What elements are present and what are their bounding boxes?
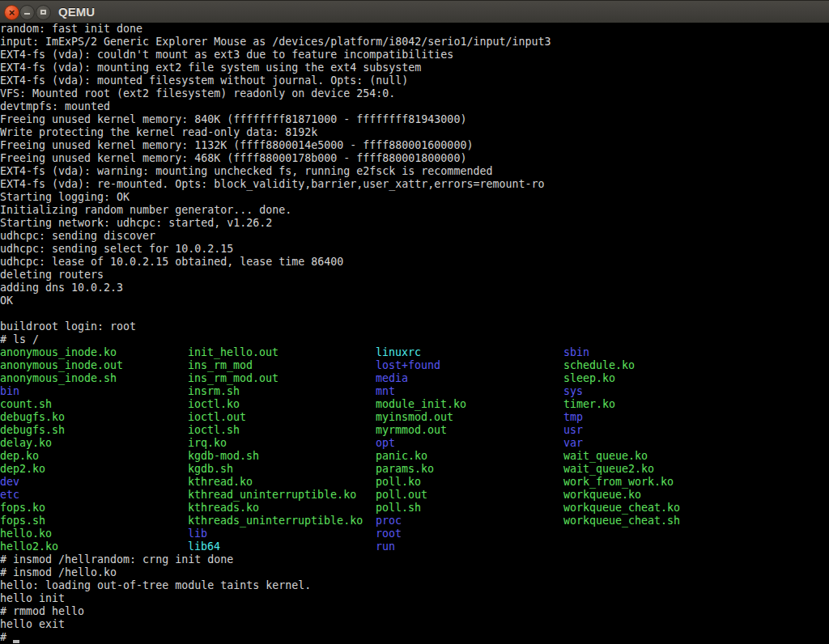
file-entry: irq.ko: [188, 437, 227, 450]
minimize-button[interactable]: [19, 5, 35, 20]
terminal-text: udhcpc: lease of 10.0.2.15 obtained, lea…: [0, 256, 343, 268]
terminal-line: anonymous_inode.outins_rm_modlost+founds…: [0, 359, 829, 372]
terminal-line: hello init: [0, 592, 829, 605]
file-entry: count.sh: [0, 398, 52, 411]
terminal-text: udhcpc: sending discover: [0, 230, 155, 242]
terminal-text: EXT4-fs (vda): mounting ext2 file system…: [0, 61, 421, 74]
file-entry: sys: [563, 385, 583, 398]
maximize-icon: [40, 10, 46, 15]
file-entry: kgdb-mod.sh: [188, 450, 259, 463]
terminal-text: EXT4-fs (vda): couldn't mount as ext3 du…: [0, 49, 453, 61]
terminal-text: hello init: [0, 592, 65, 604]
terminal-cursor: [13, 640, 19, 643]
terminal-text: Freeing unused kernel memory: 468K (ffff…: [0, 152, 466, 164]
file-entry: bin: [0, 385, 19, 398]
file-entry: module_init.ko: [376, 398, 466, 411]
terminal-line: Write protecting the kernel read-only da…: [0, 126, 829, 139]
terminal-line: # insmod /hellrandom: crng init done: [0, 553, 829, 566]
terminal-line: [0, 307, 829, 320]
terminal-line: buildroot login: root: [0, 320, 829, 333]
terminal-line: hello2.kolib64run: [0, 540, 829, 553]
terminal-line: etckthread_uninterruptible.kopoll.outwor…: [0, 489, 829, 502]
file-entry: dev: [0, 476, 19, 489]
terminal-line: EXT4-fs (vda): mounting ext2 file system…: [0, 61, 829, 74]
file-entry: lib: [188, 527, 207, 540]
file-entry: fops.ko: [0, 502, 45, 515]
file-entry: root: [376, 527, 402, 540]
terminal-line: OK: [0, 294, 829, 307]
close-icon: ×: [5, 6, 19, 19]
terminal-text: deleting routers: [0, 269, 104, 281]
file-entry: schedule.ko: [563, 359, 635, 372]
file-entry: ioctl.out: [188, 411, 246, 424]
file-entry: wait_queue2.ko: [563, 463, 654, 476]
file-entry: delay.ko: [0, 437, 52, 450]
file-entry: poll.sh: [376, 502, 421, 515]
file-entry: poll.out: [376, 489, 427, 502]
terminal-text: Freeing unused kernel memory: 840K (ffff…: [0, 113, 466, 125]
file-entry: etc: [0, 489, 19, 502]
terminal-line: EXT4-fs (vda): couldn't mount as ext3 du…: [0, 49, 829, 61]
terminal-text: udhcpc: sending select for 10.0.2.15: [0, 243, 233, 255]
terminal-text: Starting network: udhcpc: started, v1.26…: [0, 217, 272, 229]
terminal-text: adding dns 10.0.2.3: [0, 282, 123, 294]
close-button[interactable]: ×: [4, 5, 19, 20]
file-entry: workqueue.ko: [563, 489, 641, 502]
terminal-line: debugfs.shioctl.shmyrmmod.outusr: [0, 424, 829, 437]
file-entry: wait_queue.ko: [563, 450, 648, 463]
terminal-line: hello.kolibroot: [0, 527, 829, 540]
terminal-line: Starting network: udhcpc: started, v1.26…: [0, 217, 829, 230]
file-entry: myrmmod.out: [376, 424, 447, 437]
file-entry: hello2.ko: [0, 540, 58, 553]
maximize-button[interactable]: [36, 5, 51, 20]
file-entry: params.ko: [376, 463, 434, 476]
qemu-window: × QEMU random: fast init doneinput: ImEx…: [0, 0, 829, 644]
file-entry: timer.ko: [563, 398, 615, 411]
file-entry: hello.ko: [0, 527, 52, 540]
file-entry: opt: [376, 437, 395, 450]
terminal-line: fops.kokthreads.kopoll.shworkqueue_cheat…: [0, 502, 829, 515]
terminal-text: Write protecting the kernel read-only da…: [0, 126, 317, 138]
terminal-text: input: ImExPS/2 Generic Explorer Mouse a…: [0, 36, 551, 48]
terminal-text: buildroot login: root: [0, 320, 136, 333]
file-entry: debugfs.sh: [0, 424, 65, 437]
terminal-text: Initializing random number generator... …: [0, 204, 291, 216]
terminal-text: # insmod /hellrandom: crng init done: [0, 553, 233, 566]
terminal-line: udhcpc: lease of 10.0.2.15 obtained, lea…: [0, 256, 829, 269]
terminal-text: devtmpfs: mounted: [0, 100, 110, 112]
file-entry: kthreads_uninterruptible.ko: [188, 515, 363, 527]
terminal-line: Freeing unused kernel memory: 1132K (fff…: [0, 139, 829, 152]
terminal-text: VFS: Mounted root (ext2 filesystem) read…: [0, 87, 395, 100]
terminal-line: devtmpfs: mounted: [0, 100, 829, 113]
file-entry: poll.ko: [376, 476, 421, 489]
file-entry: kthread.ko: [188, 476, 253, 489]
terminal-text: OK: [0, 294, 13, 307]
file-entry: ins_rm_mod: [188, 359, 253, 372]
terminal-line: devkthread.kopoll.kowork_from_work.ko: [0, 476, 829, 489]
file-entry: dep2.ko: [0, 463, 45, 476]
terminal-line: delay.koirq.kooptvar: [0, 437, 829, 450]
terminal-text: # rmmod hello: [0, 605, 84, 617]
file-entry: init_hello.out: [188, 346, 278, 359]
terminal-text: Starting logging: OK: [0, 191, 130, 203]
file-entry: fops.sh: [0, 515, 45, 527]
file-entry: usr: [563, 424, 583, 437]
terminal-line: udhcpc: sending select for 10.0.2.15: [0, 243, 829, 256]
file-entry: ioctl.ko: [188, 398, 240, 411]
file-entry: anonymous_inode.sh: [0, 372, 117, 385]
terminal-text: Freeing unused kernel memory: 1132K (fff…: [0, 139, 473, 151]
terminal-text: random: fast init done: [0, 23, 142, 35]
terminal-line: fops.shkthreads_uninterruptible.koprocwo…: [0, 515, 829, 527]
terminal-text: EXT4-fs (vda): mounted filesystem withou…: [0, 74, 408, 87]
file-entry: kthread_uninterruptible.ko: [188, 489, 356, 502]
file-entry: mnt: [376, 385, 395, 398]
terminal-line: udhcpc: sending discover: [0, 230, 829, 243]
terminal-screen[interactable]: random: fast init doneinput: ImExPS/2 Ge…: [0, 23, 829, 644]
terminal-line: deleting routers: [0, 269, 829, 282]
file-entry: work_from_work.ko: [563, 476, 674, 489]
file-entry: proc: [376, 515, 402, 527]
file-entry: workqueue_cheat.ko: [563, 502, 680, 515]
terminal-line: EXT4-fs (vda): re-mounted. Opts: block_v…: [0, 178, 829, 191]
terminal-line: anonymous_inode.shins_rm_mod.outmediasle…: [0, 372, 829, 385]
terminal-line: Initializing random number generator... …: [0, 204, 829, 217]
